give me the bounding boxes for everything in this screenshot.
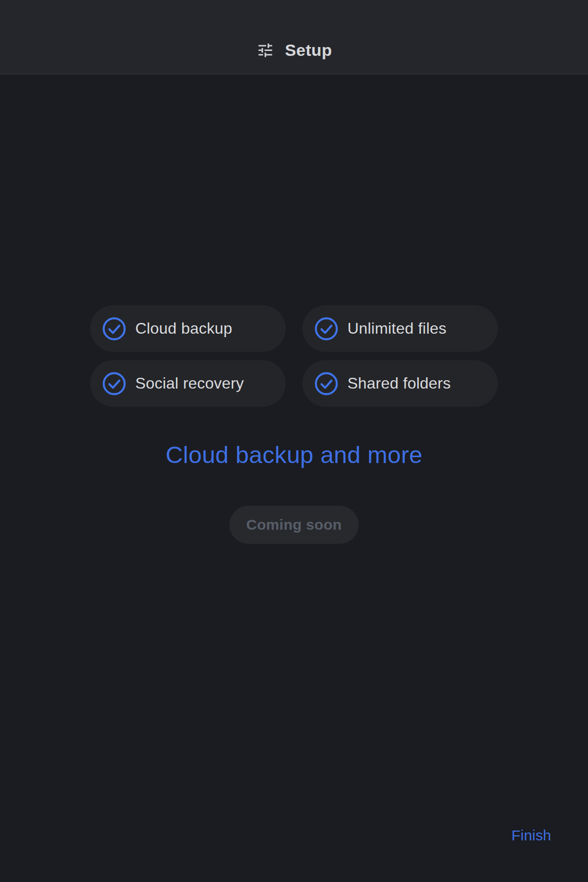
feature-label: Social recovery xyxy=(135,374,244,392)
feature-chip-unlimited-files: Unlimited files xyxy=(302,305,498,352)
check-circle-icon xyxy=(314,317,339,341)
header-bar: Setup xyxy=(0,0,588,74)
page-title: Setup xyxy=(285,41,332,60)
tune-icon xyxy=(256,41,274,59)
feature-label: Unlimited files xyxy=(347,319,446,338)
headline: Cloud backup and more xyxy=(0,441,588,468)
check-circle-icon xyxy=(102,371,126,396)
feature-chip-shared-folders: Shared folders xyxy=(302,360,498,407)
check-circle-icon xyxy=(314,371,339,396)
feature-list: Cloud backup Unlimited files Social reco… xyxy=(90,305,498,407)
feature-label: Shared folders xyxy=(347,374,451,392)
feature-label: Cloud backup xyxy=(135,319,232,338)
check-circle-icon xyxy=(102,317,126,341)
finish-button[interactable]: Finish xyxy=(512,827,551,844)
header-title-group: Setup xyxy=(256,41,332,60)
feature-chip-social-recovery: Social recovery xyxy=(90,360,286,407)
setup-screen: Setup Cloud backup Unlimited files xyxy=(0,0,588,882)
feature-chip-cloud-backup: Cloud backup xyxy=(90,305,286,352)
coming-soon-button[interactable]: Coming soon xyxy=(229,506,359,544)
